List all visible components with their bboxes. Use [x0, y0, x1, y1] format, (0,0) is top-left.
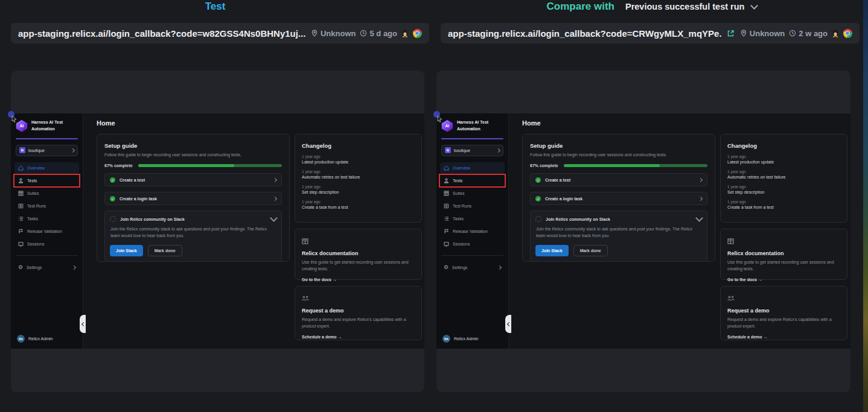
sidebar-item-tasks[interactable]: Tasks: [440, 213, 505, 224]
chrome-icon: [843, 29, 852, 38]
setup-item-join-slack[interactable]: Join Relicx community on Slack Join the …: [104, 211, 282, 262]
setup-item-label: Create a login task: [120, 197, 269, 201]
project-name: boutique: [454, 148, 494, 153]
chevron-left-icon: [506, 322, 511, 326]
cursor-icon: [437, 116, 442, 122]
sidebar-item-tasks[interactable]: Tasks: [14, 213, 79, 224]
sidebar-item-sessions[interactable]: Sessions: [440, 238, 505, 250]
sidebar-item-release-validation[interactable]: Release Validation: [440, 226, 505, 237]
sidebar-item-tests[interactable]: Tests: [14, 175, 79, 186]
sidebar-item-test-runs[interactable]: Test Runs: [14, 200, 79, 212]
sidebar-settings-nav: ⚙ Settings: [11, 262, 83, 273]
chevron-right-icon: [496, 148, 500, 153]
sidebar-item-label: Test Runs: [27, 204, 75, 208]
setup-item-create-login-task[interactable]: ✓ Create a login task: [104, 192, 282, 205]
compare-run-select[interactable]: Previous successful test run: [625, 2, 757, 11]
chevron-right-icon: [72, 265, 76, 270]
setup-progress: 67% complete: [104, 163, 282, 168]
url-bar[interactable]: app-staging.relicx.ai/login_callback?cod…: [441, 23, 860, 43]
request-demo-description: Request a demo and explore Relicx's capa…: [727, 317, 840, 330]
changelog-entry: 1 year ago Automatic retries on test fai…: [727, 170, 840, 179]
sidebar-item-label: Release Validation: [27, 229, 75, 233]
people-icon: [302, 296, 309, 302]
app-main: Home Setup guide Follow this guide to be…: [509, 113, 850, 349]
people-icon: [727, 296, 735, 302]
sidebar-item-settings[interactable]: ⚙ Settings: [440, 262, 505, 273]
setup-guide-title: Setup guide: [104, 142, 282, 149]
screenshot-panel: AI Harness AI Test Automation B boutique: [11, 71, 424, 392]
changelog-entry-title: Set step description: [727, 190, 840, 194]
gear-icon: ⚙: [444, 265, 448, 270]
app-brand-name: Harness AI Test Automation: [31, 119, 75, 133]
nav-divider: [16, 255, 78, 256]
gear-icon: ⚙: [18, 265, 23, 270]
schedule-demo-link[interactable]: Schedule a demo →: [302, 335, 415, 339]
project-selector[interactable]: B boutique: [16, 145, 78, 156]
changelog-entry-title: Create a task from a test: [727, 205, 840, 209]
sidebar-collapse-handle[interactable]: [80, 315, 86, 333]
url-bar[interactable]: app-staging.relicx.ai/login_callback?cod…: [11, 23, 429, 43]
mark-done-button[interactable]: Mark done: [573, 245, 608, 256]
sidebar-item-label: Sessions: [27, 242, 75, 246]
app-brand-name: Harness AI Test Automation: [457, 119, 500, 133]
go-to-docs-link[interactable]: Go to the docs →: [302, 277, 415, 282]
setup-item-create-test[interactable]: ✓ Create a test: [104, 173, 282, 186]
location-meta: Unknown: [740, 29, 785, 38]
sidebar-item-label: Tasks: [453, 217, 501, 221]
sidebar-item-tests[interactable]: Tests: [440, 175, 505, 186]
chevron-left-icon: [81, 322, 85, 326]
changelog-time: 1 year ago: [727, 200, 840, 204]
sidebar-item-label: Release Validation: [453, 229, 501, 233]
setup-item-join-slack[interactable]: Join Relicx community on Slack Join the …: [530, 211, 707, 262]
location-label: Unknown: [321, 29, 356, 38]
setup-item-description: Join the Relicx community slack to ask q…: [110, 226, 276, 239]
sidebar-item-settings[interactable]: ⚙ Settings: [14, 262, 79, 273]
setup-progress-label: 67% complete: [530, 163, 558, 168]
tasks-icon: [18, 216, 24, 221]
age-meta: 5 d ago: [360, 29, 397, 38]
sidebar-collapse-handle[interactable]: [505, 315, 511, 333]
sidebar-item-overview[interactable]: Overview: [440, 162, 505, 174]
user-menu[interactable]: RA Relicx Admin: [436, 335, 508, 343]
linux-penguin-icon: [832, 29, 839, 37]
project-selector[interactable]: B boutique: [441, 145, 503, 156]
sidebar-item-suites[interactable]: Suites: [440, 188, 505, 199]
sidebar-item-release-validation[interactable]: Release Validation: [14, 226, 79, 237]
sidebar-item-overview[interactable]: Overview: [14, 162, 79, 174]
changelog-time: 1 year ago: [302, 154, 415, 159]
changelog-entry-title: Automatic retries on test failure: [727, 175, 840, 179]
documentation-card: Relicx documentation Use this guide to g…: [295, 229, 422, 280]
age-meta: 2 w ago: [789, 29, 828, 38]
setup-item-create-login-task[interactable]: ✓ Create a login task: [530, 192, 707, 205]
external-link-icon[interactable]: [727, 30, 735, 37]
chevron-right-icon: [497, 265, 502, 270]
setup-progress-track: [564, 164, 707, 167]
tasks-icon: [444, 216, 449, 221]
join-slack-button[interactable]: Join Slack: [535, 245, 569, 256]
setup-item-label: Create a test: [545, 178, 695, 182]
check-circle-icon: ✓: [110, 177, 115, 183]
documentation-title: Relicx documentation: [727, 250, 840, 256]
sidebar-item-label: Suites: [27, 191, 75, 195]
changelog-entry: 1 year ago Create a task from a test: [302, 200, 415, 209]
sidebar-item-label: Tasks: [27, 217, 75, 221]
sidebar-item-sessions[interactable]: Sessions: [14, 238, 79, 250]
chevron-right-icon: [273, 196, 277, 200]
user-menu[interactable]: RA Relicx Admin: [11, 335, 83, 343]
changelog-time: 1 year ago: [727, 154, 840, 159]
sidebar-item-suites[interactable]: Suites: [14, 188, 79, 199]
join-slack-button[interactable]: Join Slack: [110, 245, 143, 256]
chevron-down-icon: [751, 2, 759, 10]
changelog-entry: 1 year ago Set step description: [727, 185, 840, 194]
test-runs-icon: [18, 203, 24, 209]
location-pin-icon: [740, 30, 747, 37]
changelog-entry: 1 year ago Set step description: [302, 185, 415, 194]
go-to-docs-link[interactable]: Go to the docs →: [727, 277, 840, 282]
sidebar-item-test-runs[interactable]: Test Runs: [440, 200, 505, 212]
documentation-description: Use this guide to get started recording …: [302, 259, 415, 273]
mark-done-button[interactable]: Mark done: [148, 245, 182, 256]
location-label: Unknown: [750, 29, 785, 38]
schedule-demo-link[interactable]: Schedule a demo →: [727, 335, 840, 339]
check-circle-icon: ✓: [110, 196, 115, 201]
setup-item-create-test[interactable]: ✓ Create a test: [530, 173, 707, 186]
